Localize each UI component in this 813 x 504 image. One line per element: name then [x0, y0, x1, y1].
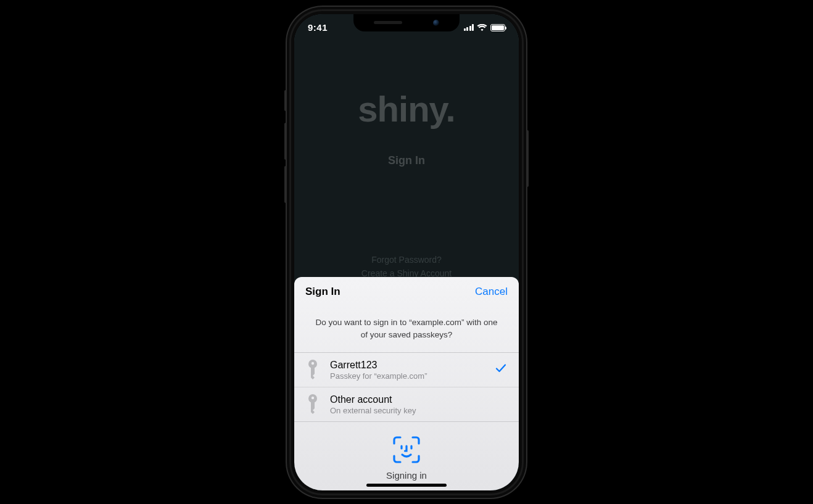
account-name: Garrett123	[330, 359, 487, 371]
cellular-signal-icon	[464, 24, 474, 31]
account-name: Other account	[330, 394, 509, 406]
phone-frame: 9:41 shiny. Sign In Forgot Passw	[287, 7, 526, 498]
power-button	[526, 130, 529, 187]
home-indicator[interactable]	[366, 484, 447, 487]
sheet-title: Sign In	[305, 286, 340, 298]
cancel-button[interactable]: Cancel	[475, 286, 508, 298]
mute-switch	[284, 90, 287, 111]
account-subtitle: On external security key	[330, 406, 509, 415]
sheet-prompt-text: Do you want to sign in to “example.com” …	[294, 303, 519, 352]
faceid-action[interactable]: Signing in	[294, 422, 519, 481]
svg-point-3	[312, 397, 314, 399]
key-icon	[304, 394, 321, 415]
checkmark-icon	[495, 363, 509, 377]
faceid-status-label: Signing in	[386, 470, 427, 481]
phone-screen: 9:41 shiny. Sign In Forgot Passw	[294, 14, 519, 490]
speaker-grille	[374, 21, 402, 24]
status-time: 9:41	[308, 20, 328, 33]
account-subtitle: Passkey for “example.com”	[330, 371, 487, 381]
key-icon	[304, 359, 321, 380]
passkey-account-row[interactable]: Other account On external security key	[294, 387, 519, 421]
svg-point-1	[312, 362, 314, 365]
device-notch	[353, 14, 460, 31]
battery-icon	[490, 24, 505, 31]
passkey-account-row[interactable]: Garrett123 Passkey for “example.com”	[294, 353, 519, 387]
wifi-icon	[477, 24, 487, 31]
volume-down-button	[284, 166, 287, 203]
front-camera	[433, 20, 439, 26]
volume-up-button	[284, 123, 287, 160]
faceid-icon	[392, 436, 421, 464]
passkey-account-list: Garrett123 Passkey for “example.com”	[294, 352, 519, 422]
passkey-sheet: Sign In Cancel Do you want to sign in to…	[294, 277, 519, 490]
